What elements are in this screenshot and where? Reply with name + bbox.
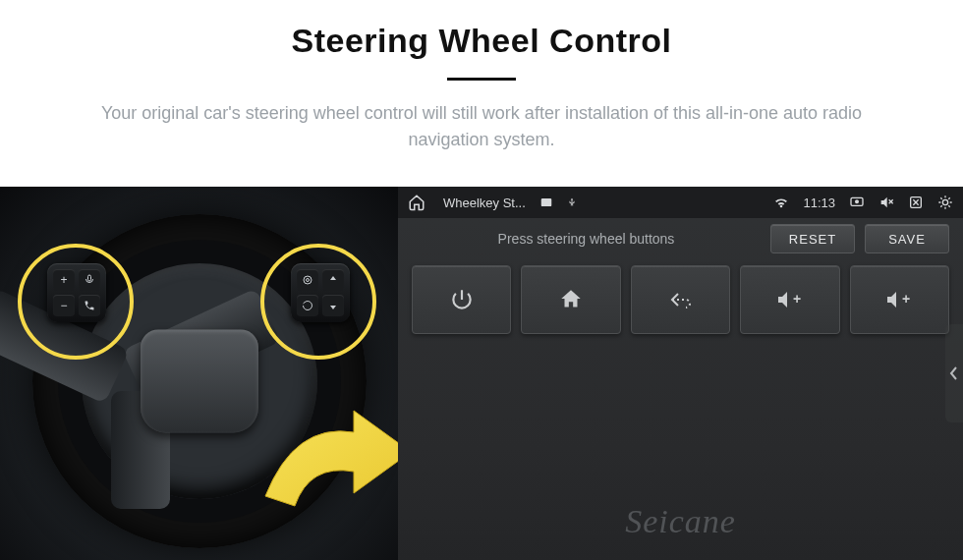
tile-power[interactable] [412, 265, 511, 334]
steering-wheel-photo: + − [0, 187, 398, 560]
svg-text:+: + [902, 291, 910, 307]
picture-icon [539, 196, 553, 209]
wheel-left-button-cluster: + − [47, 263, 106, 322]
page-title: Steering Wheel Control [0, 22, 963, 60]
tile-back[interactable] [631, 265, 730, 334]
hero-header: Steering Wheel Control Your original car… [0, 0, 963, 153]
wheel-btn-voice[interactable] [79, 269, 100, 291]
wheel-hub [141, 329, 258, 432]
svg-rect-2 [541, 198, 552, 206]
cast-icon[interactable] [849, 195, 865, 210]
prompt-text: Press steering wheel buttons [412, 231, 761, 247]
reset-button[interactable]: RESET [770, 224, 855, 253]
wheel-right-button-cluster [291, 263, 350, 322]
wheel-btn-nav-down[interactable] [322, 295, 344, 316]
app-title: Wheelkey St... [443, 196, 526, 210]
svg-point-4 [856, 200, 859, 203]
wheel-btn-nav-up[interactable] [322, 269, 344, 291]
svg-point-0 [307, 279, 310, 282]
mute-icon[interactable] [878, 195, 894, 210]
brightness-icon[interactable] [937, 195, 953, 210]
save-button[interactable]: SAVE [865, 224, 949, 253]
tile-volume-up-b[interactable]: + [850, 265, 949, 334]
wheel-btn-radio[interactable] [297, 269, 318, 291]
content-stage: + − [0, 187, 963, 560]
home-icon[interactable] [408, 194, 425, 211]
wheel-btn-cycle[interactable] [297, 295, 318, 316]
sub-toolbar: Press steering wheel buttons RESET SAVE [398, 218, 963, 259]
wifi-icon [773, 195, 789, 210]
clock: 11:13 [803, 196, 835, 210]
title-divider [447, 78, 516, 81]
function-tile-row: + + [398, 259, 963, 334]
page-subtitle: Your original car's steering wheel contr… [49, 100, 914, 153]
brand-watermark: Seicane [625, 503, 736, 540]
tile-home[interactable] [521, 265, 620, 334]
close-icon[interactable] [908, 195, 924, 210]
svg-text:+: + [793, 291, 801, 307]
svg-point-1 [304, 276, 312, 284]
wheel-btn-volume-down[interactable]: − [53, 295, 75, 316]
head-unit-screen: Wheelkey St... 11:13 [398, 187, 963, 560]
svg-point-10 [942, 199, 947, 204]
wheel-btn-volume-up[interactable]: + [53, 269, 75, 291]
wheel-btn-phone[interactable] [79, 295, 100, 316]
status-bar: Wheelkey St... 11:13 [398, 187, 963, 218]
tile-volume-up-a[interactable]: + [740, 265, 839, 334]
drawer-handle[interactable] [945, 324, 963, 422]
usb-icon [567, 196, 577, 209]
